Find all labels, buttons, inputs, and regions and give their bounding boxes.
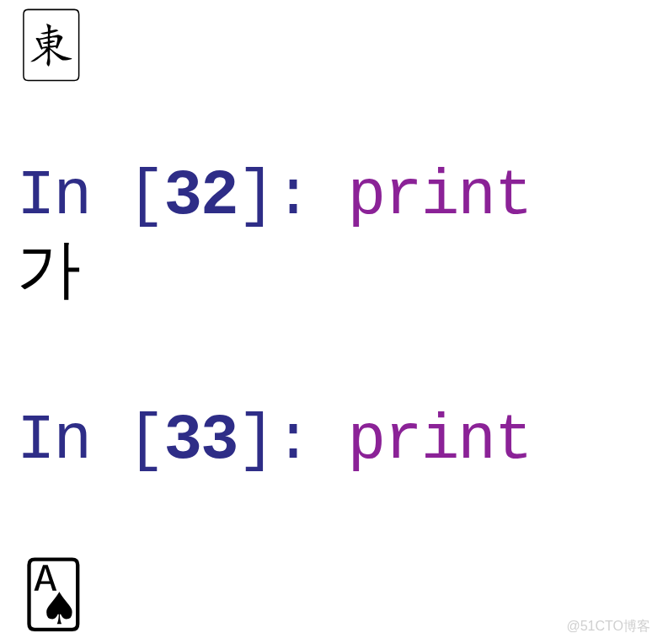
input-line-32: In [32]: print bbox=[17, 160, 663, 233]
prompt-in-text: In bbox=[17, 160, 127, 233]
bracket-close: ]: bbox=[238, 405, 348, 477]
prompt-number: 33 bbox=[163, 405, 237, 477]
function-name: print bbox=[347, 160, 531, 233]
output-text: 가 bbox=[17, 238, 663, 311]
code-block: In [32]: print 가 In [33]: print bbox=[17, 160, 663, 478]
prompt-number: 32 bbox=[163, 160, 237, 233]
mahjong-tile-icon: 🀀 bbox=[21, 8, 82, 84]
input-line-33: In [33]: print bbox=[17, 405, 663, 478]
bracket-close: ]: bbox=[238, 160, 348, 233]
watermark-text: @51CTO博客 bbox=[566, 618, 650, 636]
bracket-open: [ bbox=[127, 405, 164, 477]
function-name: print bbox=[347, 405, 531, 477]
playing-card-icon: 🂡 bbox=[21, 568, 86, 631]
bracket-open: [ bbox=[127, 160, 164, 233]
prompt-in-text: In bbox=[17, 405, 127, 477]
